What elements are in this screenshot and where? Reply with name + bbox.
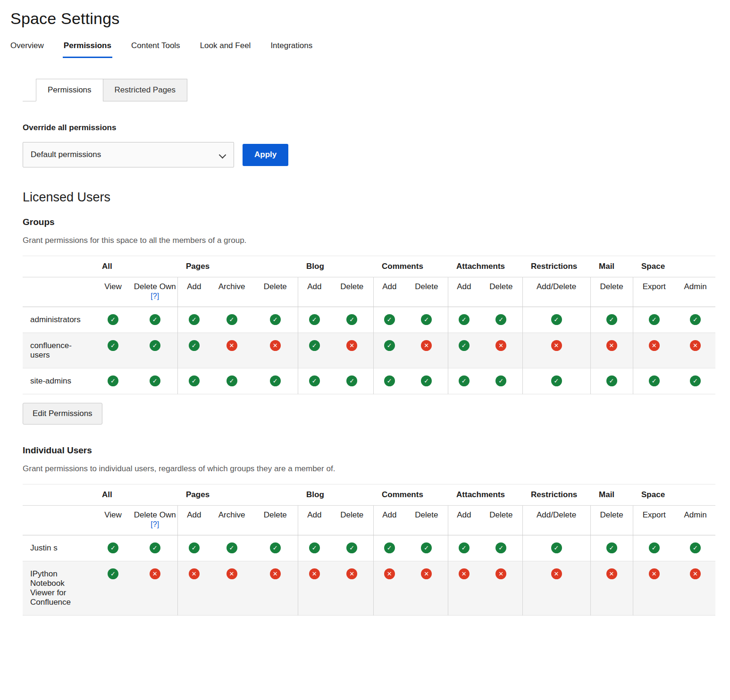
permission-cell: ✓ <box>133 535 177 561</box>
permission-granted-icon: ✓ <box>495 375 506 386</box>
permission-granted-icon: ✓ <box>551 375 562 386</box>
column-group-header: Blog <box>298 256 373 277</box>
row-label: IPython Notebook Viewer for Confluence <box>23 561 93 616</box>
permission-cell: ✓ <box>253 307 298 333</box>
permission-granted-icon: ✓ <box>227 314 237 325</box>
subtab-restricted-pages[interactable]: Restricted Pages <box>103 79 187 101</box>
permission-cell: ✓ <box>405 307 448 333</box>
permission-cell: ✕ <box>448 561 480 616</box>
groups-heading: Groups <box>23 217 721 227</box>
permission-granted-icon: ✓ <box>551 542 562 553</box>
edit-permissions-button[interactable]: Edit Permissions <box>23 403 102 425</box>
permission-denied-icon: ✕ <box>606 340 617 351</box>
permission-denied-icon: ✕ <box>495 340 506 351</box>
groups-permission-table: AllPagesBlogCommentsAttachmentsRestricti… <box>23 256 715 394</box>
permission-cell: ✓ <box>675 368 715 394</box>
permission-granted-icon: ✓ <box>309 340 320 351</box>
permission-cell: ✓ <box>480 368 522 394</box>
permission-denied-icon: ✕ <box>346 568 357 579</box>
column-subheader: Add/Delete <box>522 506 590 535</box>
column-subheader: Delete <box>480 277 522 307</box>
permission-granted-icon: ✓ <box>150 542 160 553</box>
column-subheader: Delete <box>253 506 298 535</box>
delete-own-help-link[interactable]: [?] <box>151 292 159 300</box>
column-subheader-row: ViewDelete Own[?]AddArchiveDeleteAddDele… <box>23 277 715 307</box>
permissions-dropdown-value: Default permissions <box>31 150 101 159</box>
column-group-header: All <box>93 484 177 506</box>
permission-granted-icon: ✓ <box>346 314 357 325</box>
permission-granted-icon: ✓ <box>459 340 470 351</box>
tab-look-and-feel[interactable]: Look and Feel <box>199 38 252 58</box>
permission-cell: ✓ <box>522 535 590 561</box>
permission-row: confluence-users✓✓✓✕✕✓✕✓✕✓✕✕✕✕✕ <box>23 333 715 368</box>
permission-denied-icon: ✕ <box>459 568 470 579</box>
users-permission-table: AllPagesBlogCommentsAttachmentsRestricti… <box>23 484 715 616</box>
space-settings-page: Space Settings Overview Permissions Cont… <box>0 0 730 634</box>
permission-granted-icon: ✓ <box>309 375 320 386</box>
permissions-content: Permissions Restricted Pages Override al… <box>9 58 721 616</box>
permission-cell: ✓ <box>133 368 177 394</box>
permission-cell: ✓ <box>253 368 298 394</box>
permission-cell: ✓ <box>590 535 633 561</box>
permission-granted-icon: ✓ <box>108 314 118 325</box>
permission-row: site-admins✓✓✓✓✓✓✓✓✓✓✓✓✓✓✓ <box>23 368 715 394</box>
permission-cell: ✕ <box>298 561 331 616</box>
permission-cell: ✓ <box>448 333 480 368</box>
permission-cell: ✕ <box>331 561 373 616</box>
permission-cell: ✓ <box>633 368 675 394</box>
permission-cell: ✓ <box>405 535 448 561</box>
column-group-header-row: AllPagesBlogCommentsAttachmentsRestricti… <box>23 256 715 277</box>
permission-cell: ✓ <box>210 368 253 394</box>
subtab-permissions[interactable]: Permissions <box>36 79 103 101</box>
permission-cell: ✕ <box>633 561 675 616</box>
column-group-header: Pages <box>177 256 298 277</box>
permission-denied-icon: ✕ <box>690 340 701 351</box>
permission-denied-icon: ✕ <box>421 568 432 579</box>
permission-cell: ✓ <box>133 307 177 333</box>
column-subheader: Delete <box>331 506 373 535</box>
permission-cell: ✓ <box>177 535 210 561</box>
delete-own-help-link[interactable]: [?] <box>151 520 159 528</box>
column-subheader: Add <box>177 277 210 307</box>
permission-row: administrators✓✓✓✓✓✓✓✓✓✓✓✓✓✓✓ <box>23 307 715 333</box>
column-subheader: View <box>93 277 133 307</box>
column-subheader: Add <box>177 506 210 535</box>
column-group-header: Restrictions <box>522 484 590 506</box>
tab-overview[interactable]: Overview <box>9 38 45 58</box>
permission-cell: ✓ <box>177 307 210 333</box>
permission-granted-icon: ✓ <box>309 542 320 553</box>
permission-cell: ✕ <box>177 561 210 616</box>
permission-granted-icon: ✓ <box>108 568 118 579</box>
permission-cell: ✕ <box>405 561 448 616</box>
permission-cell: ✓ <box>448 307 480 333</box>
column-subheader: Add <box>373 277 405 307</box>
permission-granted-icon: ✓ <box>189 542 200 553</box>
row-label: Justin s <box>23 535 93 561</box>
permission-cell: ✓ <box>93 368 133 394</box>
permission-cell: ✓ <box>298 535 331 561</box>
permission-granted-icon: ✓ <box>495 542 506 553</box>
permission-granted-icon: ✓ <box>150 375 160 386</box>
permission-cell: ✓ <box>253 535 298 561</box>
permission-granted-icon: ✓ <box>346 542 357 553</box>
permission-cell: ✕ <box>675 333 715 368</box>
permission-granted-icon: ✓ <box>384 340 395 351</box>
permission-cell: ✓ <box>298 368 331 394</box>
tab-permissions[interactable]: Permissions <box>63 38 112 58</box>
corner-cell <box>23 506 93 535</box>
permissions-dropdown[interactable]: Default permissions <box>23 142 234 167</box>
permission-cell: ✕ <box>331 333 373 368</box>
column-subheader: View <box>93 506 133 535</box>
permission-cell: ✓ <box>590 307 633 333</box>
permission-denied-icon: ✕ <box>551 340 562 351</box>
permission-cell: ✓ <box>331 307 373 333</box>
tab-content-tools[interactable]: Content Tools <box>130 38 181 58</box>
tab-integrations[interactable]: Integrations <box>269 38 313 58</box>
apply-button[interactable]: Apply <box>243 144 288 166</box>
permission-cell: ✓ <box>133 333 177 368</box>
permission-cell: ✕ <box>210 561 253 616</box>
permission-granted-icon: ✓ <box>270 375 281 386</box>
column-group-header: Comments <box>373 484 448 506</box>
column-subheader: Archive <box>210 277 253 307</box>
permission-cell: ✓ <box>633 535 675 561</box>
